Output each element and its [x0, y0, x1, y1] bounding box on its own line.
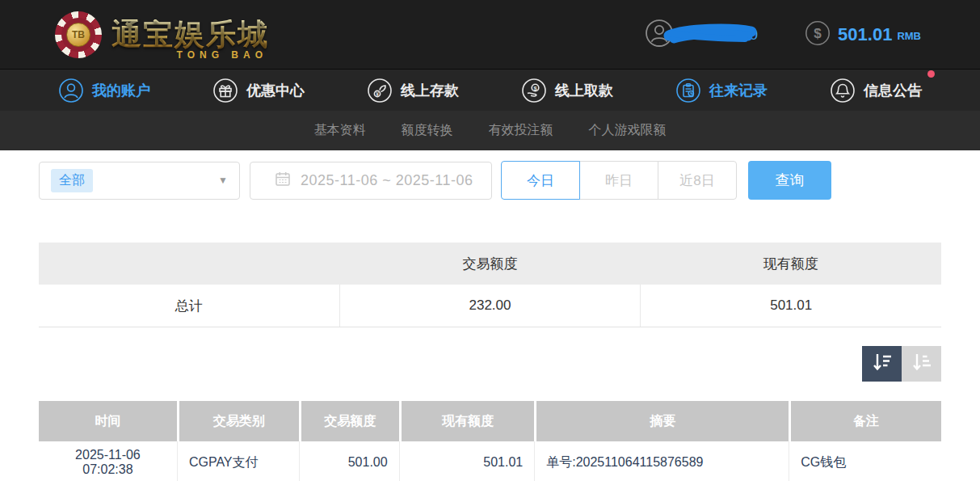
sort-controls [39, 346, 941, 382]
records-header-row: 时间 交易类别 交易额度 现有额度 摘要 备注 [39, 401, 941, 441]
nav-label: 信息公告 [864, 81, 922, 100]
yesterday-button[interactable]: 昨日 [579, 161, 658, 200]
subnav-item-quota-transfer[interactable]: 额度转换 [402, 122, 453, 139]
svg-text:¥: ¥ [376, 91, 379, 97]
gift-icon [212, 78, 238, 103]
col-header-transaction-type: 交易类别 [177, 401, 299, 441]
records-table: 时间 交易类别 交易额度 现有额度 摘要 备注 2025-11-06 07:02… [39, 401, 941, 481]
summary-total-row: 总计 232.00 501.01 [39, 285, 941, 327]
site-title: 通宝娱乐城 [111, 19, 269, 49]
sort-descending-button[interactable] [862, 346, 902, 382]
subnav-item-valid-bets[interactable]: 有效投注额 [489, 122, 553, 139]
chevron-down-icon: ▼ [218, 175, 228, 186]
nav-label: 我的账户 [92, 81, 150, 100]
transaction-type-dropdown[interactable]: 全部 ▼ [39, 162, 240, 200]
balance-amount: 501.01 [838, 24, 892, 45]
user-circle-icon [58, 78, 84, 103]
nav-item-deposit[interactable]: ¥ 线上存款 [367, 78, 459, 103]
col-header-time: 时间 [39, 401, 177, 441]
logged-in-user[interactable]: 0 [645, 19, 759, 51]
last-8-days-button[interactable]: 近8日 [658, 161, 737, 200]
date-range-picker[interactable]: 2025-11-06 ~ 2025-11-06 [250, 162, 492, 200]
nav-label: 线上存款 [401, 81, 459, 100]
poker-chip-logo-icon: TB [55, 11, 102, 58]
balance-currency: RMB [897, 27, 921, 42]
cell-transaction-type: CGPAY支付 [177, 441, 299, 481]
col-header-remark: 备注 [789, 401, 941, 441]
summary-header-empty [39, 243, 339, 285]
cell-current-balance: 501.01 [399, 441, 535, 481]
site-header: TB 通宝娱乐城 TONG BAO 0 [0, 0, 980, 69]
nav-item-withdraw[interactable]: $ 线上取款 [521, 78, 613, 103]
cell-transaction-amount: 501.00 [299, 441, 399, 481]
notification-dot [927, 70, 935, 78]
subnav-item-basic-info[interactable]: 基本资料 [314, 122, 366, 139]
deposit-coin-icon: ¥ [367, 78, 393, 103]
clipboard-clock-icon [675, 78, 701, 103]
site-logo[interactable]: TB 通宝娱乐城 TONG BAO [55, 11, 269, 58]
calendar-icon [275, 171, 291, 190]
nav-item-transaction-records[interactable]: 往来记录 [675, 78, 768, 103]
balance-display[interactable]: $ 501.01 RMB [805, 20, 921, 49]
summary-table: 交易额度 现有额度 总计 232.00 501.01 [39, 243, 941, 327]
summary-transaction-amount-value: 232.00 [339, 285, 641, 327]
cell-summary: 单号:202511064115876589 [534, 441, 789, 481]
subnav-item-personal-game-limit[interactable]: 个人游戏限额 [589, 122, 667, 139]
nav-label: 往来记录 [709, 81, 768, 100]
dollar-circle-icon: $ [805, 20, 831, 49]
nav-item-announcements[interactable]: 信息公告 [830, 78, 922, 103]
sort-ascending-button[interactable] [902, 346, 941, 382]
nav-item-my-account[interactable]: 我的账户 [58, 78, 150, 103]
redacted-username-scribble [662, 21, 759, 49]
sort-asc-icon [911, 352, 932, 375]
summary-header-transaction-amount: 交易额度 [339, 243, 640, 285]
filter-row: 全部 ▼ 2025-11-06 ~ 2025-11-06 今日 昨日 近8日 查… [39, 161, 941, 200]
summary-header-current-balance: 现有额度 [641, 243, 941, 285]
dropdown-selected-tag: 全部 [51, 169, 93, 192]
quick-date-button-group: 今日 昨日 近8日 [501, 161, 737, 200]
cell-time: 2025-11-06 07:02:38 [39, 441, 177, 481]
table-row: 2025-11-06 07:02:38 CGPAY支付 501.00 501.0… [39, 441, 941, 481]
summary-table-header: 交易额度 现有额度 [39, 243, 941, 285]
cell-remark: CG钱包 [789, 441, 941, 481]
sub-nav: 基本资料 额度转换 有效投注额 个人游戏限额 [0, 111, 980, 150]
today-button[interactable]: 今日 [501, 161, 580, 200]
nav-item-promotions[interactable]: 优惠中心 [212, 78, 305, 103]
nav-label: 优惠中心 [246, 81, 305, 100]
summary-current-balance-value: 501.01 [640, 285, 941, 327]
col-header-summary: 摘要 [534, 401, 789, 441]
site-subtitle: TONG BAO [177, 50, 267, 60]
nav-label: 线上取款 [555, 81, 613, 100]
col-header-transaction-amount: 交易额度 [299, 401, 399, 441]
summary-total-label: 总计 [39, 285, 339, 327]
chip-label: TB [66, 23, 90, 47]
col-header-current-balance: 现有额度 [399, 401, 535, 441]
date-range-value: 2025-11-06 ~ 2025-11-06 [301, 172, 473, 189]
bell-icon [830, 78, 856, 103]
search-button[interactable]: 查询 [748, 161, 831, 200]
withdraw-coin-icon: $ [521, 78, 547, 103]
svg-text:$: $ [814, 26, 822, 41]
sort-desc-icon [872, 352, 893, 375]
main-nav: 我的账户 优惠中心 ¥ 线上存款 $ 线上取款 [0, 69, 980, 111]
